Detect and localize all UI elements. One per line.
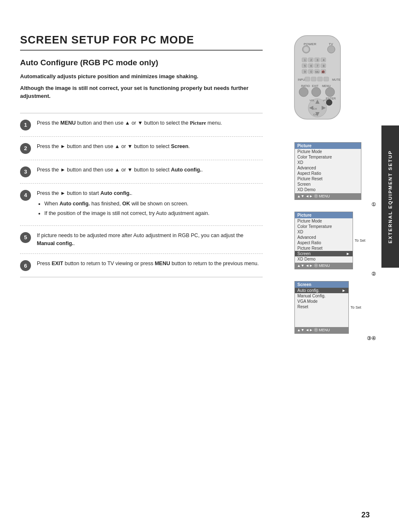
menu2-item-2: Color Temperature [295, 224, 353, 229]
svg-text:3: 3 [317, 59, 318, 61]
menu1-header: Picture [295, 143, 361, 149]
menu3-to-set: To Set [349, 304, 363, 310]
menu2-item-6: Picture Reset [295, 246, 353, 251]
step-text-1: Press the MENU button and then use ▲ or … [37, 119, 263, 127]
step-text-2: Press the ► button and then use ▲ or ▼ b… [37, 143, 263, 151]
remote-area: POWER TV 1 2 3 4 5 6 7 8 9 0 MU 📵 INPUT … [282, 33, 357, 127]
svg-text:0: 0 [310, 70, 312, 73]
step-circle-3: 3 [20, 166, 31, 177]
svg-text:VOL: VOL [323, 99, 328, 102]
intro-text-2: Although the image is still not correct,… [20, 84, 263, 100]
step-circle-5: 5 [20, 232, 31, 243]
menu2-item-4: Advanced [295, 235, 353, 240]
step-circle-4: 4 [20, 190, 31, 201]
menu3-item-3: VGA Mode [295, 299, 348, 304]
main-content: SCREEN SETUP FOR PC MODE Auto Configure … [20, 33, 263, 277]
page-title: SCREEN SETUP FOR PC MODE [20, 33, 263, 51]
step-6: 6 Press EXIT button to return to TV view… [20, 253, 263, 277]
svg-text:VOL: VOL [309, 99, 315, 102]
menu2-box: Picture Picture Mode Color Temperature X… [294, 212, 353, 269]
steps-container: 1 Press the MENU button and then use ▲ o… [20, 113, 263, 278]
step-circle-1: 1 [20, 120, 31, 130]
menu2-item-1: Picture Mode [295, 218, 353, 224]
menu2-to-set: To Set [353, 238, 367, 243]
menu1-item-1: Picture Mode [295, 149, 361, 154]
menu2-label: ② [294, 271, 376, 277]
menu2-item-7: Screen► [295, 251, 353, 256]
svg-point-40 [312, 87, 321, 97]
svg-text:CH: CH [313, 107, 317, 110]
menu-screenshots: Picture Picture Mode Color Temperature X… [294, 142, 376, 341]
menu3-header: Screen [295, 281, 348, 288]
svg-text:RATIO: RATIO [301, 84, 310, 87]
menu3-item-2: Manual Config. [295, 293, 348, 299]
menu3-item-4: Reset [295, 304, 348, 309]
menu1-footer: ▲▼ ◄► ⓔ MENU [295, 193, 361, 200]
step-4: 4 Press the ► button to start Auto confi… [20, 183, 263, 225]
svg-text:CH: CH [313, 113, 317, 116]
intro-text-1: Automatically adjusts picture position a… [20, 72, 263, 81]
step-circle-6: 6 [20, 260, 31, 271]
svg-text:4: 4 [323, 59, 325, 61]
menu2-footer: ▲▼ ◄► ⓔ MENU [295, 263, 353, 269]
step-text-3: Press the ► button and then use ▲ or ▼ b… [37, 166, 263, 174]
step-3: 3 Press the ► button and then use ▲ or ▼… [20, 160, 263, 183]
svg-point-4 [304, 47, 309, 52]
menu1-item-2: Color Temperature [295, 154, 361, 160]
svg-text:📵: 📵 [322, 70, 325, 74]
menu3-box: Screen Auto config.► Manual Config. VGA … [294, 281, 349, 334]
side-tab-text: EXTERNAL EQUIPMENT SETUP [388, 150, 393, 243]
svg-text:1: 1 [304, 59, 306, 61]
menu1-item-3: XD [295, 160, 361, 165]
step-5: 5 If picture needs to be adjusted more a… [20, 225, 263, 254]
menu3-item-1: Auto config.► [295, 288, 348, 293]
menu1-item-8: XD Demo [295, 187, 361, 192]
svg-point-5 [327, 46, 335, 53]
svg-text:9: 9 [304, 70, 306, 73]
step-text-5: If picture needs to be adjusted more aft… [37, 232, 263, 248]
page-number: 23 [361, 511, 370, 519]
menu3-wrapper: Screen Auto config.► Manual Config. VGA … [294, 281, 376, 341]
svg-rect-32 [305, 77, 310, 81]
step-text-4: Press the ► button to start Auto config.… [37, 189, 263, 220]
svg-text:5: 5 [304, 64, 306, 67]
menu1-wrapper: Picture Picture Mode Color Temperature X… [294, 142, 376, 207]
menu3-label: ③④ [294, 335, 376, 341]
step-1: 1 Press the MENU button and then use ▲ o… [20, 113, 263, 136]
svg-text:EXIT: EXIT [312, 84, 319, 87]
svg-rect-35 [324, 77, 329, 81]
menu1-item-7: Screen [295, 182, 361, 187]
menu2-wrapper: Picture Picture Mode Color Temperature X… [294, 212, 376, 277]
svg-text:MU: MU [315, 71, 319, 73]
side-tab: EXTERNAL EQUIPMENT SETUP [381, 125, 399, 268]
svg-text:8: 8 [323, 64, 325, 67]
svg-rect-34 [317, 77, 322, 81]
svg-rect-33 [311, 77, 316, 81]
menu1-item-5: Aspect Ratio [295, 171, 361, 176]
svg-text:MENU: MENU [322, 84, 331, 87]
menu2-header: Picture [295, 212, 353, 218]
menu2-item-8: XD Demo [295, 256, 353, 262]
menu3-container: Screen Auto config.► Manual Config. VGA … [294, 281, 376, 334]
menu1-item-6: Picture Reset [295, 176, 361, 182]
svg-point-41 [325, 87, 335, 97]
menu2-container: Picture Picture Mode Color Temperature X… [294, 212, 376, 269]
step-2: 2 Press the ► button and then use ▲ or ▼… [20, 136, 263, 160]
menu1-item-4: Advanced [295, 165, 361, 171]
svg-text:6: 6 [310, 64, 312, 67]
menu2-item-3: XD [295, 229, 353, 235]
menu1-label: ① [294, 202, 376, 207]
menu1-box: Picture Picture Mode Color Temperature X… [294, 142, 361, 200]
svg-text:MUTE: MUTE [332, 78, 340, 81]
section-title: Auto Configure (RGB PC mode only) [20, 58, 263, 67]
svg-point-39 [299, 87, 308, 97]
step-circle-2: 2 [20, 143, 31, 154]
step-text-6: Press EXIT button to return to TV viewin… [37, 260, 263, 268]
menu2-item-5: Aspect Ratio [295, 240, 353, 246]
menu3-footer: ▲▼ ◄► ⓔ MENU [295, 327, 348, 333]
svg-text:2: 2 [310, 59, 312, 61]
svg-text:7: 7 [317, 64, 318, 67]
remote-svg: POWER TV 1 2 3 4 5 6 7 8 9 0 MU 📵 INPUT … [282, 33, 353, 125]
